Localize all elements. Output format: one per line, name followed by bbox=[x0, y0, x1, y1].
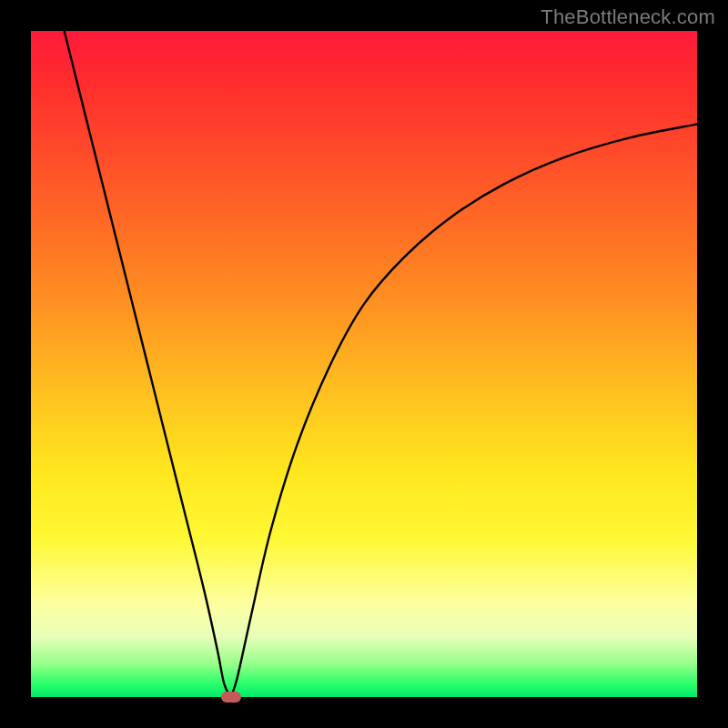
plot-area bbox=[31, 31, 697, 697]
chart-frame: TheBottleneck.com bbox=[0, 0, 728, 728]
watermark-text: TheBottleneck.com bbox=[541, 5, 715, 29]
curve-left-branch bbox=[65, 31, 231, 697]
curve-svg bbox=[31, 31, 697, 697]
minimum-marker bbox=[221, 692, 241, 703]
curve-right-branch bbox=[231, 124, 697, 697]
